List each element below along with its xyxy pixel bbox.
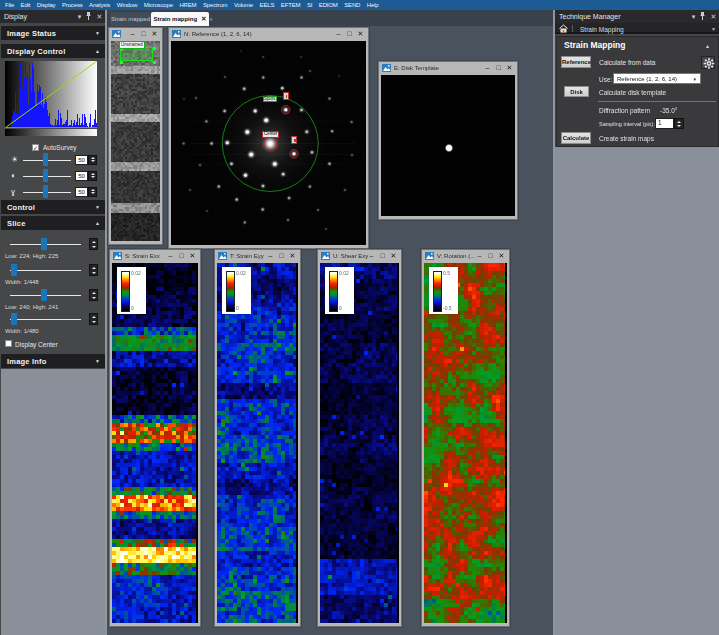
window-title-bar[interactable]: U: Shear Exy–□✕ — [318, 250, 401, 262]
disk-button[interactable]: Disk — [564, 86, 589, 97]
exy-map-content[interactable]: 0.020 — [320, 263, 399, 623]
rot-map-content[interactable]: 0.5-0.5 — [424, 263, 507, 623]
contrast-slider-handle[interactable] — [43, 169, 48, 182]
spots-annotation-label[interactable]: Spots — [263, 96, 277, 103]
window-title-bar[interactable]: V: Rotation (...–□✕ — [422, 250, 509, 262]
brightness-slider-handle[interactable] — [43, 153, 48, 166]
settings-button[interactable] — [701, 56, 715, 69]
slice-slider-handle[interactable] — [11, 313, 17, 325]
close-icon[interactable]: ✕ — [95, 12, 104, 21]
reference-dropdown[interactable]: Reference (1, 2, 6, 14) ▼ — [613, 73, 701, 84]
chevron-down-icon[interactable]: ▾ — [75, 12, 84, 21]
close-button[interactable]: ✕ — [504, 62, 515, 74]
eyy-map-content[interactable]: 0.020 — [217, 263, 298, 623]
contrast-value[interactable]: 50 — [75, 171, 88, 181]
disk-template-image[interactable] — [381, 75, 515, 216]
window-title-bar[interactable]: S: Strain Exx–□✕ — [110, 250, 200, 262]
spin-up-icon[interactable] — [677, 121, 681, 123]
roi-handle[interactable] — [120, 61, 123, 64]
reference-button[interactable]: Reference — [561, 56, 591, 68]
gamma-slider-handle[interactable] — [43, 185, 48, 198]
pin-icon[interactable] — [699, 12, 708, 21]
brightness-value[interactable]: 50 — [75, 155, 88, 165]
technique-selector[interactable]: Strain Mapping ▼ — [555, 23, 719, 34]
window-title-bar[interactable]: E: Disk Template – □ ✕ — [379, 62, 517, 74]
strain-mapping-section-title: Strain Mapping — [564, 40, 625, 50]
exy-map-image[interactable] — [320, 263, 397, 623]
maximize-button[interactable]: □ — [344, 28, 355, 40]
roi-handle[interactable] — [153, 47, 156, 50]
minimize-button[interactable]: – — [333, 28, 344, 40]
collapse-arrow-icon[interactable]: ▲ — [705, 43, 710, 49]
maximize-button[interactable]: □ — [485, 250, 496, 262]
window-title-bar[interactable]: – □ ✕ — [109, 28, 162, 40]
minimize-button[interactable]: – — [474, 250, 485, 262]
sampling-interval-spinner[interactable] — [674, 118, 684, 129]
exx-map-image[interactable] — [112, 263, 196, 623]
close-button[interactable]: ✕ — [388, 250, 399, 262]
window-title-bar[interactable]: N: Reference (1, 2, 6, 14) – □ ✕ — [169, 28, 368, 40]
slice-spinner[interactable] — [89, 264, 98, 276]
maximize-button[interactable]: □ — [176, 250, 187, 262]
slice-slider-track[interactable] — [10, 319, 81, 320]
autosurvey-checkbox[interactable]: ✓ — [32, 144, 39, 151]
diffraction-pattern-image[interactable] — [171, 41, 366, 245]
close-button[interactable]: ✕ — [355, 28, 366, 40]
gamma-spinner[interactable] — [88, 187, 97, 197]
section-display-control[interactable]: Display Control ▲ — [1, 44, 105, 58]
spot-marker-box[interactable] — [283, 92, 289, 100]
maximize-button[interactable]: □ — [138, 28, 149, 40]
spin-down-icon[interactable] — [677, 125, 681, 127]
slice-spinner[interactable] — [89, 238, 98, 250]
close-button[interactable]: ✕ — [187, 250, 198, 262]
section-image-info[interactable]: Image Info ▼ — [1, 354, 105, 368]
maximize-button[interactable]: □ — [377, 250, 388, 262]
minimize-button[interactable]: – — [366, 250, 377, 262]
section-slice[interactable]: Slice ▲ — [1, 216, 105, 230]
brightness-spinner[interactable] — [88, 155, 97, 165]
close-button[interactable]: ✕ — [287, 250, 298, 262]
slice-spinner[interactable] — [89, 289, 98, 301]
roi-handle[interactable] — [153, 61, 156, 64]
minimize-button[interactable]: – — [127, 28, 138, 40]
reference-image-content[interactable]: Spots Center — [171, 41, 366, 245]
tab-overflow-button[interactable]: + — [209, 16, 213, 23]
tab-close-icon[interactable]: ✕ — [201, 15, 206, 22]
slice-slider-handle[interactable] — [11, 264, 17, 276]
window-title-bar[interactable]: T: Strain Eyy–□✕ — [215, 250, 300, 262]
survey-image[interactable] — [111, 41, 160, 241]
minimize-button[interactable]: – — [265, 250, 276, 262]
eyy-map-image[interactable] — [217, 263, 296, 623]
display-center-checkbox[interactable] — [5, 340, 12, 347]
maximize-button[interactable]: □ — [493, 62, 504, 74]
rot-map-image[interactable] — [424, 263, 505, 623]
contrast-spinner[interactable] — [88, 171, 97, 181]
survey-image-content[interactable]: Unstrained — [111, 41, 160, 241]
histogram-display[interactable] — [5, 61, 97, 136]
sampling-interval-input[interactable]: 1 — [655, 118, 674, 129]
close-button[interactable]: ✕ — [149, 28, 160, 40]
slice-slider-track[interactable] — [10, 270, 81, 271]
disk-template-content[interactable] — [381, 75, 515, 216]
center-annotation-label[interactable]: Center — [262, 131, 279, 138]
unstrained-roi[interactable] — [120, 47, 153, 61]
chevron-down-icon[interactable]: ▾ — [689, 12, 698, 21]
minimize-button[interactable]: – — [482, 62, 493, 74]
minimize-button[interactable]: – — [165, 250, 176, 262]
section-image-status[interactable]: Image Status ▼ — [1, 26, 105, 40]
slice-slider-handle[interactable] — [41, 238, 47, 250]
exx-map-content[interactable]: 0.020 — [112, 263, 198, 623]
slice-row-label: Low: 240; High: 241 — [5, 304, 58, 310]
pin-icon[interactable] — [85, 12, 94, 21]
slice-slider-handle[interactable] — [41, 289, 47, 301]
tab-strain-mapped[interactable]: Strain mapped — [110, 12, 151, 26]
spot-marker-box[interactable] — [291, 136, 297, 144]
close-button[interactable]: ✕ — [496, 250, 507, 262]
maximize-button[interactable]: □ — [276, 250, 287, 262]
calculate-button[interactable]: Calculate — [561, 132, 591, 144]
close-icon[interactable]: ✕ — [709, 12, 718, 21]
tab-strain-mapping[interactable]: Strain mapping✕ — [151, 12, 209, 26]
slice-spinner[interactable] — [89, 313, 98, 325]
section-control[interactable]: Control ▼ — [1, 200, 105, 214]
gamma-value[interactable]: 50 — [75, 187, 88, 197]
